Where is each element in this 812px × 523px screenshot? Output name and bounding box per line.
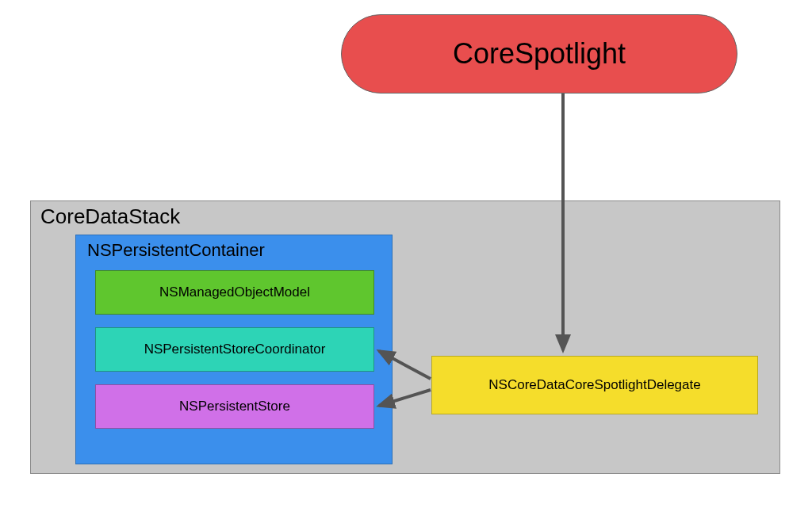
managed-object-model-label: NSManagedObjectModel bbox=[159, 284, 310, 300]
managed-object-model-node: NSManagedObjectModel bbox=[95, 270, 374, 315]
core-data-stack-title: CoreDataStack bbox=[40, 204, 180, 229]
delegate-label: NSCoreDataCoreSpotlightDelegate bbox=[488, 377, 700, 393]
persistent-store-node: NSPersistentStore bbox=[95, 384, 374, 429]
persistent-store-label: NSPersistentStore bbox=[179, 399, 290, 414]
core-data-stack-container: CoreDataStack NSPersistentContainer NSMa… bbox=[30, 200, 780, 474]
persistent-container-title: NSPersistentContainer bbox=[87, 240, 265, 261]
persistent-container-node: NSPersistentContainer NSManagedObjectMod… bbox=[75, 235, 393, 464]
corespotlight-label: CoreSpotlight bbox=[453, 37, 626, 71]
delegate-node: NSCoreDataCoreSpotlightDelegate bbox=[431, 356, 758, 414]
corespotlight-node: CoreSpotlight bbox=[341, 14, 737, 94]
persistent-store-coordinator-node: NSPersistentStoreCoordinator bbox=[95, 327, 374, 372]
persistent-store-coordinator-label: NSPersistentStoreCoordinator bbox=[144, 342, 326, 357]
